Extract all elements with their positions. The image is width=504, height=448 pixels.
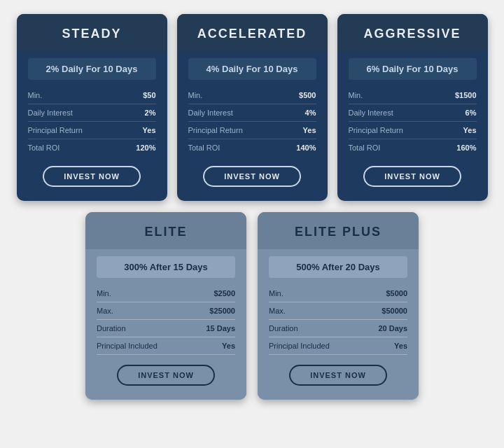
card-value-elite-plus-1: $50000 xyxy=(382,307,407,315)
card-label-elite-2: Duration xyxy=(97,324,126,332)
bottom-row: ELITE 300% After 15 Days Min. $2500 Max.… xyxy=(85,212,419,400)
card-value-accelerated-0: $500 xyxy=(299,91,316,99)
card-row-steady-3: Total ROI 120% xyxy=(28,139,156,156)
card-row-elite-1: Max. $25000 xyxy=(97,302,235,320)
card-header-elite: ELITE xyxy=(85,212,246,249)
card-label-steady-3: Total ROI xyxy=(28,144,60,152)
invest-button-aggressive[interactable]: INVEST NOW xyxy=(363,166,461,187)
card-header-aggressive: AGGRESSIVE xyxy=(337,14,488,51)
card-value-aggressive-2: Yes xyxy=(463,126,477,134)
card-label-steady-0: Min. xyxy=(28,91,43,99)
card-label-aggressive-3: Total ROI xyxy=(349,144,381,152)
card-value-aggressive-1: 6% xyxy=(465,108,477,117)
invest-button-elite[interactable]: INVEST NOW xyxy=(117,365,215,386)
card-value-elite-plus-3: Yes xyxy=(394,342,407,350)
card-title-accelerated: ACCELERATED xyxy=(184,27,321,41)
card-value-elite-3: Yes xyxy=(222,342,235,350)
invest-button-steady[interactable]: INVEST NOW xyxy=(43,166,141,187)
invest-button-elite-plus[interactable]: INVEST NOW xyxy=(289,365,387,386)
card-row-elite-plus-0: Min. $5000 xyxy=(269,285,407,302)
card-label-elite-plus-0: Min. xyxy=(269,289,284,298)
card-body-steady: 2% Daily For 10 Days Min. $50 Daily Inte… xyxy=(17,51,167,201)
card-steady: STEADY 2% Daily For 10 Days Min. $50 Dai… xyxy=(17,14,167,201)
card-label-accelerated-0: Min. xyxy=(188,91,203,99)
card-aggressive: AGGRESSIVE 6% Daily For 10 Days Min. $15… xyxy=(337,14,488,201)
card-value-elite-2: 15 Days xyxy=(206,324,235,332)
card-label-elite-1: Max. xyxy=(97,307,113,315)
card-body-elite: 300% After 15 Days Min. $2500 Max. $2500… xyxy=(85,249,246,400)
card-row-elite-plus-3: Principal Included Yes xyxy=(269,337,407,355)
card-value-elite-1: $25000 xyxy=(209,307,235,315)
card-row-accelerated-0: Min. $500 xyxy=(188,87,316,104)
card-value-accelerated-2: Yes xyxy=(303,126,316,134)
card-row-aggressive-3: Total ROI 160% xyxy=(349,139,477,156)
card-row-aggressive-0: Min. $1500 xyxy=(349,87,477,104)
card-row-accelerated-2: Principal Return Yes xyxy=(188,122,316,139)
card-label-elite-3: Principal Included xyxy=(97,342,158,350)
card-elite: ELITE 300% After 15 Days Min. $2500 Max.… xyxy=(85,212,246,400)
card-value-aggressive-3: 160% xyxy=(456,144,476,152)
card-value-steady-1: 2% xyxy=(145,108,156,117)
card-label-accelerated-3: Total ROI xyxy=(188,144,220,152)
card-value-steady-3: 120% xyxy=(136,144,155,152)
card-value-accelerated-3: 140% xyxy=(296,144,316,152)
card-value-steady-0: $50 xyxy=(143,91,155,99)
card-value-steady-2: Yes xyxy=(143,126,156,134)
card-subtitle-elite: 300% After 15 Days xyxy=(97,256,235,278)
card-row-accelerated-1: Daily Interest 4% xyxy=(188,104,316,122)
card-subtitle-steady: 2% Daily For 10 Days xyxy=(28,58,156,80)
card-row-elite-plus-1: Max. $50000 xyxy=(269,302,407,320)
card-title-aggressive: AGGRESSIVE xyxy=(344,27,481,41)
card-header-elite-plus: ELITE PLUS xyxy=(258,212,419,249)
card-accelerated: ACCELERATED 4% Daily For 10 Days Min. $5… xyxy=(177,14,328,201)
card-label-elite-0: Min. xyxy=(97,289,111,298)
top-row: STEADY 2% Daily For 10 Days Min. $50 Dai… xyxy=(17,14,488,201)
card-title-elite-plus: ELITE PLUS xyxy=(265,225,412,239)
card-row-aggressive-1: Daily Interest 6% xyxy=(349,104,477,122)
card-subtitle-accelerated: 4% Daily For 10 Days xyxy=(188,58,316,80)
card-body-aggressive: 6% Daily For 10 Days Min. $1500 Daily In… xyxy=(337,51,488,201)
card-row-steady-2: Principal Return Yes xyxy=(28,122,156,139)
card-label-aggressive-2: Principal Return xyxy=(349,126,403,134)
card-row-elite-plus-2: Duration 20 Days xyxy=(269,320,407,337)
card-value-aggressive-0: $1500 xyxy=(455,91,477,99)
card-value-accelerated-1: 4% xyxy=(305,108,316,117)
card-elite-plus: ELITE PLUS 500% After 20 Days Min. $5000… xyxy=(258,212,419,400)
card-row-steady-0: Min. $50 xyxy=(28,87,156,104)
card-body-accelerated: 4% Daily For 10 Days Min. $500 Daily Int… xyxy=(177,51,328,201)
card-header-steady: STEADY xyxy=(17,14,167,51)
card-label-aggressive-1: Daily Interest xyxy=(349,108,393,117)
card-value-elite-plus-2: 20 Days xyxy=(378,324,407,332)
card-title-elite: ELITE xyxy=(92,225,239,239)
card-row-elite-2: Duration 15 Days xyxy=(97,320,235,337)
card-body-elite-plus: 500% After 20 Days Min. $5000 Max. $5000… xyxy=(258,249,419,400)
card-value-elite-0: $2500 xyxy=(214,289,235,298)
card-label-aggressive-0: Min. xyxy=(349,91,363,99)
card-subtitle-elite-plus: 500% After 20 Days xyxy=(269,256,407,278)
card-row-elite-0: Min. $2500 xyxy=(97,285,235,302)
card-label-steady-1: Daily Interest xyxy=(28,108,73,117)
card-title-steady: STEADY xyxy=(24,27,160,41)
card-row-steady-1: Daily Interest 2% xyxy=(28,104,156,122)
card-row-accelerated-3: Total ROI 140% xyxy=(188,139,316,156)
card-label-accelerated-2: Principal Return xyxy=(188,126,243,134)
card-label-elite-plus-2: Duration xyxy=(269,324,298,332)
card-row-aggressive-2: Principal Return Yes xyxy=(349,122,477,139)
card-label-steady-2: Principal Return xyxy=(28,126,83,134)
card-subtitle-aggressive: 6% Daily For 10 Days xyxy=(349,58,477,80)
card-label-elite-plus-1: Max. xyxy=(269,307,286,315)
card-header-accelerated: ACCELERATED xyxy=(177,14,328,51)
invest-button-accelerated[interactable]: INVEST NOW xyxy=(203,166,301,187)
card-row-elite-3: Principal Included Yes xyxy=(97,337,235,355)
plans-container: STEADY 2% Daily For 10 Days Min. $50 Dai… xyxy=(14,14,490,400)
card-label-elite-plus-3: Principal Included xyxy=(269,342,330,350)
card-value-elite-plus-0: $5000 xyxy=(386,289,407,298)
card-label-accelerated-1: Daily Interest xyxy=(188,108,233,117)
